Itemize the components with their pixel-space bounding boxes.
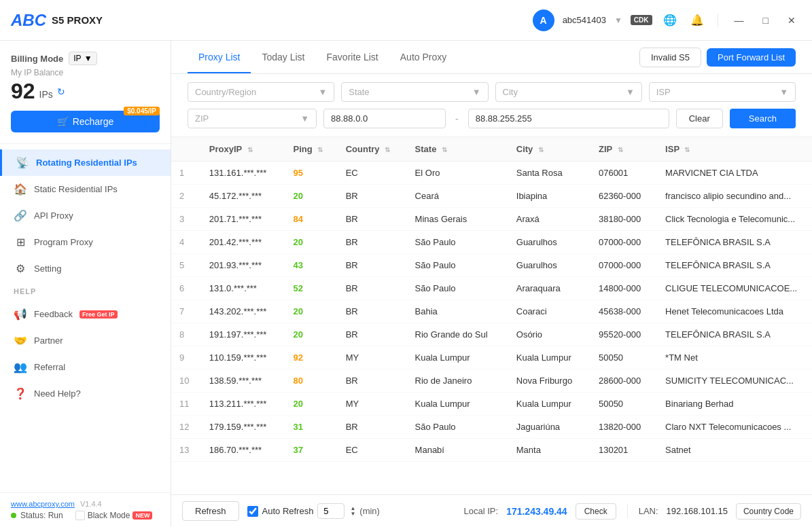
col-isp[interactable]: ISP ⇅ <box>657 137 812 162</box>
table-row[interactable]: 1 131.161.***.*** 95 EC El Oro Santa Ros… <box>171 162 812 185</box>
language-icon[interactable]: 🌐 <box>660 11 679 30</box>
zip-select[interactable]: ZIP ▼ <box>188 109 317 128</box>
sidebar-item-static[interactable]: 🏠 Static Residential IPs <box>0 176 171 202</box>
tab-today-list[interactable]: Today List <box>251 41 315 73</box>
ip-range-divider: - <box>453 109 461 128</box>
cell-proxyip: 131.0.***.*** <box>201 277 285 300</box>
setting-icon: ⚙ <box>14 262 27 275</box>
sidebar-item-api[interactable]: 🔗 API Proxy <box>0 202 171 229</box>
status-label: Status: Run <box>20 511 63 520</box>
maximize-button[interactable]: □ <box>758 14 774 27</box>
partner-icon: 🤝 <box>14 334 27 347</box>
col-city[interactable]: City ⇅ <box>508 137 590 162</box>
sidebar-item-needhelp[interactable]: ❓ Need Help? <box>0 380 171 407</box>
col-zip[interactable]: ZIP ⇅ <box>590 137 657 162</box>
cell-state: Rio de Janeiro <box>407 369 508 393</box>
table-row[interactable]: 8 191.197.***.*** 20 BR Rio Grande do Su… <box>171 323 812 346</box>
country-region-select[interactable]: Country/Region ▼ <box>188 82 334 102</box>
port-forward-button[interactable]: Port Forward List <box>707 48 796 67</box>
cell-proxyip: 186.70.***.*** <box>201 439 285 462</box>
cell-zip: 07000-000 <box>590 231 657 254</box>
table-row[interactable]: 11 113.211.***.*** 20 MY Kuala Lumpur Ku… <box>171 393 812 416</box>
city-chevron-icon: ▼ <box>626 87 635 97</box>
col-num <box>171 137 201 162</box>
search-button[interactable]: Search <box>730 109 796 128</box>
bell-icon[interactable]: 🔔 <box>688 11 707 30</box>
refresh-button[interactable]: Refresh <box>182 501 239 521</box>
ip-balance-label: My IP Balance <box>11 68 160 77</box>
table-row[interactable]: 13 186.70.***.*** 37 EC Manabí Manta 130… <box>171 439 812 462</box>
tab-auto-proxy[interactable]: Auto Proxy <box>389 41 457 73</box>
cell-country: BR <box>338 300 407 323</box>
table-row[interactable]: 12 179.159.***.*** 31 BR São Paulo Jagua… <box>171 416 812 439</box>
sidebar-item-partner[interactable]: 🤝 Partner <box>0 327 171 354</box>
table-row[interactable]: 6 131.0.***.*** 52 BR São Paulo Araraqua… <box>171 277 812 300</box>
cdk-badge[interactable]: CDK <box>631 15 652 25</box>
cell-city: Coaraci <box>508 300 590 323</box>
sidebar-item-setting[interactable]: ⚙ Setting <box>0 255 171 282</box>
table-row[interactable]: 10 138.59.***.*** 80 BR Rio de Janeiro N… <box>171 369 812 393</box>
tab-proxy-list[interactable]: Proxy List <box>188 41 251 73</box>
ip-start-input[interactable] <box>323 109 446 128</box>
auto-refresh-checkbox[interactable] <box>247 506 258 517</box>
cell-country: BR <box>338 231 407 254</box>
city-select[interactable]: City ▼ <box>495 82 642 102</box>
black-mode-label: Black Mode <box>88 511 130 520</box>
proxy-table: ProxyIP ⇅ Ping ⇅ Country ⇅ State ⇅ City … <box>171 137 812 462</box>
clear-button[interactable]: Clear <box>676 109 723 128</box>
sidebar-item-feedback[interactable]: 📢 Feedback Free Get IP <box>0 301 171 327</box>
cell-isp: MARVICNET CIA LTDA <box>657 162 812 185</box>
sidebar-item-needhelp-label: Need Help? <box>34 388 81 399</box>
version-label: V1.4.4 <box>80 500 102 508</box>
cell-isp: TELEFÔNICA BRASIL S.A <box>657 323 812 346</box>
table-row[interactable]: 4 201.42.***.*** 20 BR São Paulo Guarulh… <box>171 231 812 254</box>
auto-refresh-stepper[interactable]: ▲ ▼ <box>350 506 355 517</box>
refresh-balance-icon[interactable]: ↻ <box>57 86 65 97</box>
cell-state: Ceará <box>407 185 508 208</box>
lan-label: LAN: <box>639 506 658 516</box>
cell-proxyip: 45.172.***.*** <box>201 185 285 208</box>
cell-state: Kuala Lumpur <box>407 393 508 416</box>
cell-state: São Paulo <box>407 277 508 300</box>
auto-refresh-value[interactable] <box>317 503 345 519</box>
table-row[interactable]: 5 201.93.***.*** 43 BR São Paulo Guarulh… <box>171 254 812 277</box>
cell-isp: SUMICITY TELECOMUNICAC... <box>657 369 812 393</box>
cell-proxyip: 201.42.***.*** <box>201 231 285 254</box>
ip-end-input[interactable] <box>468 109 669 128</box>
username[interactable]: abc541403 <box>563 15 606 25</box>
sidebar-item-api-label: API Proxy <box>34 211 73 221</box>
table-row[interactable]: 9 110.159.***.*** 92 MY Kuala Lumpur Kua… <box>171 346 812 369</box>
table-row[interactable]: 3 201.71.***.*** 84 BR Minas Gerais Arax… <box>171 208 812 231</box>
country-code-button[interactable]: Country Code <box>736 503 801 520</box>
billing-select[interactable]: IP ▼ <box>69 52 96 65</box>
col-country[interactable]: Country ⇅ <box>338 137 407 162</box>
sidebar-item-program[interactable]: ⊞ Program Proxy <box>0 229 171 255</box>
black-mode-checkbox[interactable] <box>75 511 85 520</box>
tab-favorite-list[interactable]: Favorite List <box>316 41 389 73</box>
cell-state: El Oro <box>407 162 508 185</box>
static-icon: 🏠 <box>14 183 27 196</box>
isp-chevron-icon: ▼ <box>779 87 788 97</box>
minimize-button[interactable]: — <box>729 14 749 27</box>
invalid-s5-button[interactable]: Invalid S5 <box>639 48 701 67</box>
check-button[interactable]: Check <box>576 503 616 520</box>
col-state[interactable]: State ⇅ <box>407 137 508 162</box>
cell-num: 13 <box>171 439 201 462</box>
cell-zip: 13820-000 <box>590 416 657 439</box>
col-proxyip[interactable]: ProxyIP ⇅ <box>201 137 285 162</box>
sidebar-item-rotating[interactable]: 📡 Rotating Residential IPs <box>0 149 171 176</box>
stepper-down-icon[interactable]: ▼ <box>350 511 355 517</box>
state-placeholder: State <box>349 87 369 97</box>
table-row[interactable]: 7 143.202.***.*** 20 BR Bahia Coaraci 45… <box>171 300 812 323</box>
cell-isp: CLIGUE TELECOMUNICACOE... <box>657 277 812 300</box>
isp-select[interactable]: ISP ▼ <box>649 82 796 102</box>
api-icon: 🔗 <box>14 209 27 222</box>
close-button[interactable]: ✕ <box>782 14 801 27</box>
local-ip-value: 171.243.49.44 <box>506 506 567 517</box>
cell-city: Araxá <box>508 208 590 231</box>
col-ping[interactable]: Ping ⇅ <box>285 137 338 162</box>
state-select[interactable]: State ▼ <box>341 82 488 102</box>
sidebar-item-referral[interactable]: 👥 Referral <box>0 354 171 380</box>
table-row[interactable]: 2 45.172.***.*** 20 BR Ceará Ibiapina 62… <box>171 185 812 208</box>
website-link[interactable]: www.abcproxy.com <box>11 500 75 508</box>
